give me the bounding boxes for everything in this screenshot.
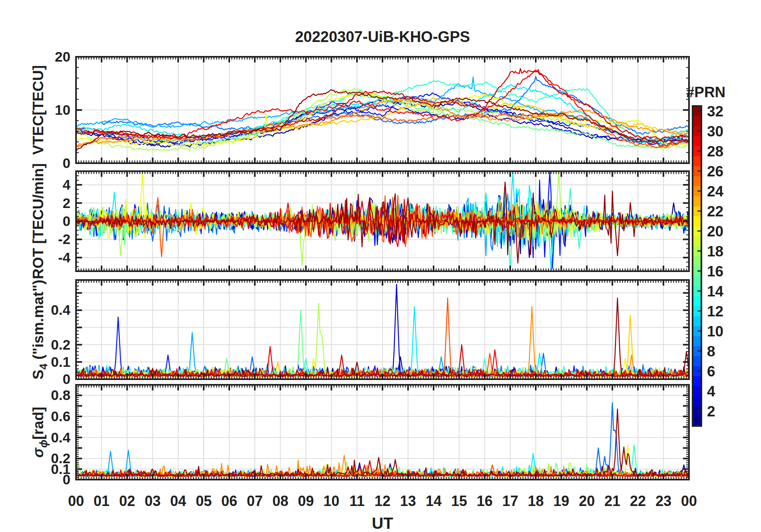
y-axis-label-part: S: [30, 370, 46, 380]
y-axis-label-sigma_phi: σϕ[rad]: [30, 407, 50, 458]
x-tick-label: 11: [349, 493, 364, 509]
panel-sigma_phi: 00.10.20.40.60.8σϕ[rad]00010203040506070…: [30, 385, 697, 509]
y-tick-label: 0.1: [51, 354, 70, 370]
panel-s4: 00.10.20.4S4 ("ism.mat"): [30, 280, 689, 387]
y-tick-label: 4: [63, 177, 71, 192]
y-axis-label-part: ("ism.mat"): [30, 280, 46, 364]
figure-title: 20220307-UiB-KHO-GPS: [295, 28, 470, 45]
x-tick-label: 17: [502, 493, 518, 509]
y-tick-label: 0: [63, 155, 70, 171]
y-axis-label-part: [rad]: [30, 407, 46, 440]
colorbar-block-prn-27: [693, 156, 701, 166]
y-tick-label: 0.2: [51, 337, 70, 352]
colorbar-tick-label: 18: [707, 243, 723, 260]
colorbar-tick-label: 28: [707, 143, 723, 160]
colorbar-block-prn-15: [693, 276, 701, 286]
y-tick-label: 0.8: [51, 387, 70, 403]
colorbar-tick-label: 32: [707, 103, 723, 120]
x-tick-label: 19: [553, 493, 569, 509]
x-tick-label: 10: [323, 493, 339, 509]
colorbar-block-prn-9: [693, 336, 701, 346]
y-axis-label-rot: ROT [TECU/min]: [30, 163, 46, 279]
panels-group: 01020VTEC[TECU]-4-2024ROT [TECU/min]00.1…: [30, 49, 697, 509]
colorbar-tick-label: 10: [707, 323, 723, 340]
y-axis-label-s4: S4 ("ism.mat"): [30, 280, 50, 380]
x-tick-label: 09: [298, 493, 314, 509]
y-axis-label-vtec: VTEC[TECU]: [30, 65, 46, 155]
x-tick-label: 03: [144, 493, 160, 509]
x-tick-label: 04: [170, 493, 186, 509]
colorbar-tick-label: 26: [707, 163, 723, 180]
x-tick-label: 02: [119, 493, 135, 509]
y-axis-label-part: ROT [TECU/min]: [30, 163, 46, 279]
colorbar-block-prn-7: [693, 356, 701, 366]
x-tick-label: 00: [68, 493, 84, 509]
colorbar-block-prn-5: [693, 376, 701, 386]
y-axis-label-part: σ: [30, 447, 46, 458]
y-tick-label: -2: [58, 231, 70, 247]
y-tick-label: 0.6: [51, 408, 70, 424]
colorbar-tick-label: 16: [707, 263, 723, 280]
colorbar-block-prn-13: [693, 296, 701, 306]
y-axis-label-part: VTEC[TECU]: [30, 65, 46, 155]
colorbar-block-prn-25: [693, 176, 701, 186]
colorbar-tick-label: 24: [707, 183, 724, 200]
colorbar-block-prn-23: [693, 196, 701, 206]
y-tick-label: 10: [55, 102, 70, 118]
y-axis-label-part: 4: [38, 364, 50, 370]
colorbar-tick-label: 22: [707, 203, 723, 220]
x-tick-label: 20: [579, 493, 595, 509]
x-tick-label: 08: [272, 493, 288, 509]
colorbar-tick-label: 8: [707, 343, 715, 360]
colorbar-block-prn-3: [693, 396, 701, 406]
x-tick-label: 21: [604, 493, 620, 509]
x-tick-label: 23: [655, 493, 671, 509]
x-tick-label: 01: [94, 493, 110, 509]
y-tick-label: 2: [63, 195, 70, 211]
colorbar-block-prn-11: [693, 316, 701, 326]
x-tick-label: 12: [374, 493, 391, 509]
colorbar-block-prn-21: [693, 216, 701, 226]
colorbar-tick-label: 2: [707, 403, 715, 420]
panel-rot: -4-2024ROT [TECU/min]: [30, 163, 689, 279]
colorbar-tick-label: 20: [707, 223, 723, 240]
x-tick-label: 05: [196, 493, 212, 509]
gps-scintillation-figure: 01020VTEC[TECU]-4-2024ROT [TECU/min]00.1…: [0, 0, 761, 532]
y-axis-label-part: ϕ: [38, 440, 50, 448]
x-tick-label: 13: [400, 493, 416, 509]
x-tick-label: 07: [247, 493, 263, 509]
x-tick-label: 14: [426, 493, 442, 509]
x-tick-label: 16: [477, 493, 493, 509]
x-tick-label: 15: [451, 493, 467, 509]
colorbar-tick-label: 6: [707, 363, 715, 380]
colorbar-tick-label: 30: [707, 123, 723, 140]
y-tick-label: 0.4: [51, 430, 70, 445]
colorbar: 2468101214161820222426283032: [693, 103, 724, 426]
colorbar-title: #PRN: [686, 84, 726, 100]
y-tick-label: 0: [63, 371, 70, 387]
y-tick-label: 0: [63, 213, 70, 229]
x-tick-label: 06: [221, 493, 237, 509]
x-tick-label: 22: [630, 493, 646, 509]
colorbar-block-prn-19: [693, 236, 701, 246]
figure-canvas: 01020VTEC[TECU]-4-2024ROT [TECU/min]00.1…: [0, 0, 761, 532]
panel-vtec: 01020VTEC[TECU]: [30, 49, 689, 171]
y-tick-label: -4: [58, 250, 71, 265]
colorbar-block-prn-17: [693, 256, 701, 266]
colorbar-block-prn-31: [693, 116, 701, 126]
x-axis-label: UT: [372, 514, 393, 532]
colorbar-tick-label: 12: [707, 303, 723, 320]
y-tick-label: 0.4: [51, 302, 70, 318]
colorbar-tick-label: 14: [707, 283, 724, 300]
colorbar-tick-label: 4: [707, 383, 715, 400]
x-tick-label: 00: [681, 493, 697, 509]
colorbar-block-prn-1: [693, 416, 701, 426]
y-tick-label: 20: [55, 49, 70, 64]
y-tick-label: 0.2: [51, 450, 70, 466]
x-tick-label: 18: [528, 493, 544, 509]
colorbar-block-prn-29: [693, 136, 701, 146]
